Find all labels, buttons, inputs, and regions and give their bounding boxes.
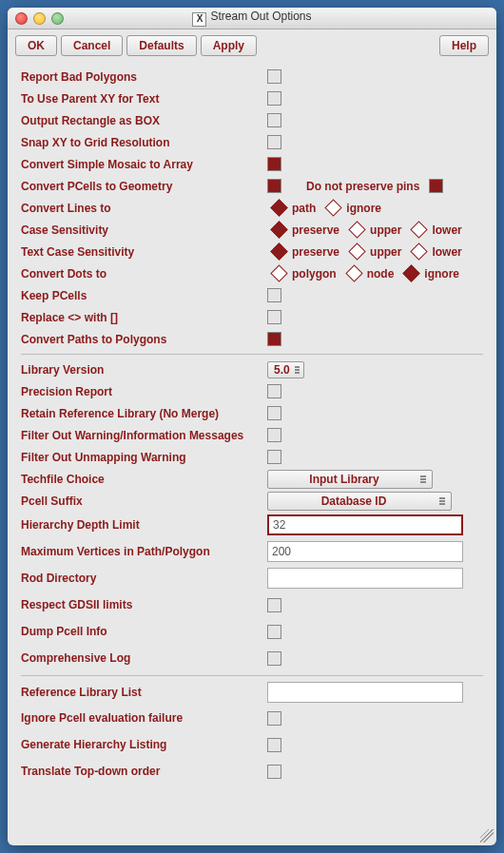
keep-pcells-checkbox[interactable] [267, 288, 281, 302]
max-vertices-row: Maximum Vertices in Path/Polygon [21, 538, 483, 565]
convert-dots-node-radio[interactable] [345, 264, 362, 281]
translate-topdown-label: Translate Top-down order [21, 765, 263, 778]
report-bad-polygons-checkbox[interactable] [267, 69, 281, 84]
retain-ref-lib-checkbox[interactable] [267, 406, 281, 420]
filter-unmap-warn-row: Filter Out Unmapping Warning [21, 446, 483, 468]
filter-warn-info-checkbox[interactable] [267, 428, 281, 442]
content: Report Bad PolygonsTo Use Parent XY for … [8, 62, 496, 792]
convert-lines-ignore-radio[interactable] [325, 199, 342, 216]
ignore-pcell-eval-checkbox[interactable] [267, 711, 281, 726]
dump-pcell-info-row: Dump Pcell Info [21, 618, 483, 645]
replace-brackets-checkbox[interactable] [267, 310, 281, 324]
comprehensive-log-checkbox[interactable] [267, 651, 281, 666]
translate-topdown-checkbox[interactable] [267, 765, 281, 779]
library-version-row: Library Version 5.0 [21, 359, 483, 380]
cancel-button[interactable]: Cancel [61, 35, 123, 56]
window-title-text: Stream Out Options [210, 10, 311, 23]
resize-grip-icon[interactable] [480, 829, 494, 843]
precision-report-checkbox[interactable] [267, 384, 281, 398]
keep-pcells-label: Keep PCells [21, 289, 263, 302]
convert-dots-node-radio-label: node [367, 267, 395, 281]
no-preserve-pins-checkbox[interactable] [429, 179, 443, 193]
convert-lines-ignore-radio-label: ignore [346, 202, 381, 215]
report-bad-polygons-row: Report Bad Polygons [21, 66, 483, 87]
convert-paths-polygons-row: Convert Paths to Polygons [21, 328, 483, 350]
convert-dots-polygon-radio-label: polygon [292, 267, 337, 281]
pcell-suffix-label: Pcell Suffix [21, 494, 263, 508]
max-vertices-label: Maximum Vertices in Path/Polygon [21, 545, 263, 558]
convert-lines-row: Convert Lines topathignore [21, 197, 483, 219]
keep-pcells-row: Keep PCells [21, 284, 483, 306]
techfile-dropdown[interactable]: Input Library [267, 470, 433, 489]
hier-depth-row: Hierarchy Depth Limit [21, 512, 483, 538]
apply-button[interactable]: Apply [201, 35, 257, 56]
x11-icon: X [192, 12, 206, 27]
defaults-button[interactable]: Defaults [126, 35, 196, 56]
ignore-pcell-eval-label: Ignore Pcell evaluation failure [21, 711, 263, 725]
convert-pcells-label: Convert PCells to Geometry [21, 180, 263, 193]
text-case-sensitivity-row: Text Case Sensitivitypreserveupperlower [21, 241, 483, 262]
convert-dots-row: Convert Dots topolygonnodeignore [21, 262, 483, 284]
techfile-label: Techfile Choice [21, 473, 263, 486]
case-sensitivity-row: Case Sensitivitypreserveupperlower [21, 219, 483, 241]
ref-lib-input[interactable] [267, 682, 463, 703]
case-sensitivity-lower-radio[interactable] [411, 221, 428, 238]
convert-paths-polygons-label: Convert Paths to Polygons [21, 333, 263, 346]
rod-dir-input[interactable] [267, 568, 463, 589]
retain-ref-lib-label: Retain Reference Library (No Merge) [21, 407, 263, 420]
pcell-suffix-dropdown[interactable]: Database ID [267, 492, 452, 511]
pcell-suffix-row: Pcell Suffix Database ID [21, 490, 483, 512]
dump-pcell-info-label: Dump Pcell Info [21, 625, 263, 638]
precision-report-row: Precision Report [21, 380, 483, 402]
max-vertices-input[interactable] [267, 541, 463, 562]
case-sensitivity-preserve-radio-label: preserve [292, 223, 339, 237]
convert-mosaic-array-checkbox[interactable] [267, 157, 281, 171]
help-button[interactable]: Help [439, 35, 489, 56]
hier-depth-input[interactable] [267, 514, 463, 535]
convert-dots-label: Convert Dots to [21, 267, 263, 281]
library-version-dropdown[interactable]: 5.0 [267, 361, 304, 378]
text-case-sensitivity-preserve-radio[interactable] [270, 242, 287, 260]
library-version-label: Library Version [21, 363, 263, 377]
convert-lines-path-radio[interactable] [270, 199, 287, 216]
report-bad-polygons-label: Report Bad Polygons [21, 70, 263, 84]
respect-gdsii-label: Respect GDSII limits [21, 598, 263, 611]
ok-button[interactable]: OK [15, 35, 57, 56]
text-case-sensitivity-upper-radio[interactable] [348, 242, 365, 260]
text-case-sensitivity-lower-radio[interactable] [411, 242, 428, 260]
convert-dots-ignore-radio[interactable] [403, 264, 420, 281]
text-case-sensitivity-preserve-radio-label: preserve [292, 245, 339, 259]
use-parent-xy-row: To Use Parent XY for Text [21, 87, 483, 109]
respect-gdsii-row: Respect GDSII limits [21, 591, 483, 618]
convert-pcells-checkbox[interactable] [267, 179, 281, 193]
convert-dots-ignore-radio-label: ignore [424, 267, 459, 281]
output-rect-box-label: Output Rectangle as BOX [21, 114, 263, 127]
case-sensitivity-upper-radio[interactable] [348, 221, 365, 238]
zoom-icon[interactable] [51, 12, 64, 25]
text-case-sensitivity-lower-radio-label: lower [432, 245, 461, 259]
comprehensive-log-row: Comprehensive Log [21, 645, 483, 671]
snap-xy-grid-checkbox[interactable] [267, 135, 281, 149]
filter-unmap-warn-checkbox[interactable] [267, 450, 281, 464]
convert-pcells-row: Convert PCells to Geometry Do not preser… [21, 175, 483, 197]
convert-mosaic-array-label: Convert Simple Mosaic to Array [21, 158, 263, 171]
respect-gdsii-checkbox[interactable] [267, 598, 281, 612]
titlebar: XStream Out Options [8, 8, 496, 29]
ignore-pcell-eval-row: Ignore Pcell evaluation failure [21, 705, 483, 731]
minimize-icon[interactable] [33, 12, 46, 25]
close-icon[interactable] [15, 12, 28, 25]
convert-dots-polygon-radio[interactable] [270, 264, 287, 281]
convert-paths-polygons-checkbox[interactable] [267, 332, 281, 346]
gen-hier-listing-label: Generate Hierarchy Listing [21, 738, 263, 751]
case-sensitivity-preserve-radio[interactable] [270, 221, 287, 238]
techfile-row: Techfile Choice Input Library [21, 468, 483, 490]
rod-dir-row: Rod Directory [21, 565, 483, 591]
use-parent-xy-label: To Use Parent XY for Text [21, 92, 263, 106]
dump-pcell-info-checkbox[interactable] [267, 625, 281, 639]
snap-xy-grid-label: Snap XY to Grid Resolution [21, 136, 263, 149]
gen-hier-listing-checkbox[interactable] [267, 738, 281, 752]
replace-brackets-row: Replace <> with [] [21, 306, 483, 328]
output-rect-box-checkbox[interactable] [267, 113, 281, 127]
use-parent-xy-checkbox[interactable] [267, 91, 281, 106]
convert-lines-label: Convert Lines to [21, 202, 263, 215]
